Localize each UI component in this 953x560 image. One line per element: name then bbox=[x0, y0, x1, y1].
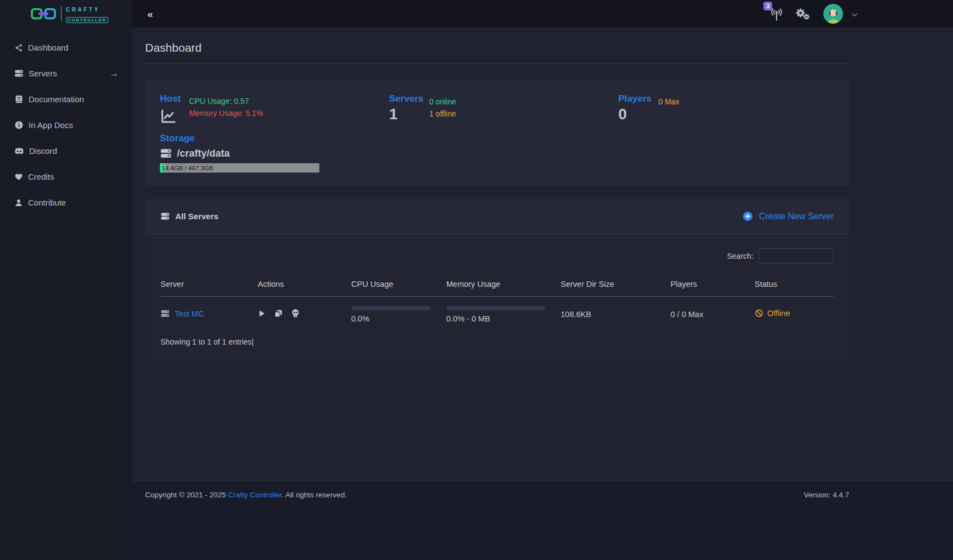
host-block: Host bbox=[160, 93, 189, 125]
user-menu-chevron-icon[interactable] bbox=[851, 9, 858, 19]
servers-online-text: 0 online bbox=[429, 97, 618, 106]
players-block: Players 0 bbox=[618, 93, 658, 125]
table-row: Test MC bbox=[160, 297, 834, 324]
brand-name: CRAFTY bbox=[66, 7, 100, 13]
heart-icon bbox=[14, 173, 23, 181]
book-icon bbox=[14, 95, 24, 104]
memory-usage-bar bbox=[446, 306, 545, 311]
servers-table: Server Actions CPU Usage Memory Usage Se… bbox=[160, 272, 834, 323]
brand-divider bbox=[61, 7, 62, 21]
sidebar-item-dashboard[interactable]: Dashboard bbox=[0, 35, 132, 60]
settings-button[interactable] bbox=[795, 6, 812, 21]
notifications-button[interactable]: 3 bbox=[769, 8, 784, 23]
copyright-prefix: Copyright © 2021 - 2025 bbox=[145, 491, 228, 499]
storage-path: /crafty/data bbox=[160, 147, 834, 159]
column-header-cpu[interactable]: CPU Usage bbox=[351, 272, 446, 297]
players-max-text: 0 Max bbox=[658, 97, 679, 106]
cpu-usage-text: CPU Usage: 0.57 bbox=[189, 97, 389, 106]
host-title: Host bbox=[160, 93, 189, 104]
brand-text: CRAFTY CONTROLLER bbox=[66, 4, 108, 24]
column-header-status[interactable]: Status bbox=[755, 272, 834, 297]
sidebar-item-contribute[interactable]: Contribute bbox=[0, 190, 132, 215]
cpu-usage-value: 0.0% bbox=[351, 314, 446, 323]
sidebar-item-documentation[interactable]: Documentation bbox=[0, 86, 132, 112]
plus-circle-icon bbox=[743, 211, 753, 221]
avatar-image bbox=[823, 4, 843, 24]
sidebar-item-label: Servers bbox=[29, 69, 57, 78]
user-icon bbox=[14, 198, 23, 207]
create-new-server-button[interactable]: Create New Server bbox=[743, 211, 834, 221]
column-header-players[interactable]: Players bbox=[671, 272, 755, 297]
table-header-row: Server Actions CPU Usage Memory Usage Se… bbox=[160, 272, 834, 297]
sidebar-item-discord[interactable]: Discord bbox=[0, 138, 132, 164]
storage-block: Storage /crafty/data 14.4GB / 467.3GB bbox=[160, 133, 834, 173]
sidebar-item-label: Dashboard bbox=[28, 43, 68, 52]
brand-subname: CONTROLLER bbox=[66, 17, 108, 23]
version-text: Version: 4.4.7 bbox=[804, 491, 849, 499]
all-servers-title-text: All Servers bbox=[175, 212, 218, 221]
servers-title: Servers bbox=[389, 93, 429, 104]
server-icon bbox=[160, 309, 170, 318]
sidebar-item-credits[interactable]: Credits bbox=[0, 164, 132, 190]
sidebar-item-label: In App Docs bbox=[29, 120, 73, 130]
sidebar-item-label: Credits bbox=[28, 172, 54, 181]
sidebar-item-servers[interactable]: Servers → bbox=[0, 60, 132, 86]
sidebar-item-in-app-docs[interactable]: In App Docs bbox=[0, 112, 132, 138]
play-icon bbox=[258, 309, 266, 318]
chart-line-icon bbox=[160, 108, 176, 125]
kill-server-button[interactable] bbox=[291, 308, 300, 318]
column-header-memory[interactable]: Memory Usage bbox=[446, 272, 561, 297]
storage-usage-bar: 14.4GB / 467.3GB bbox=[160, 163, 319, 173]
user-avatar[interactable] bbox=[823, 4, 843, 24]
search-label: Search: bbox=[727, 252, 753, 260]
players-value: 0 / 0 Max bbox=[671, 297, 755, 319]
sidebar: CRAFTY CONTROLLER Dashboard Servers → Do… bbox=[0, 0, 132, 560]
server-link[interactable]: Test MC bbox=[175, 309, 204, 318]
status-text: Offline bbox=[767, 309, 790, 318]
servers-offline-text: 1 offline bbox=[429, 109, 618, 118]
storage-usage-label: 14.4GB / 467.3GB bbox=[162, 165, 213, 171]
clone-icon bbox=[274, 309, 283, 318]
memory-usage-value: 0.0% - 0 MB bbox=[446, 314, 561, 323]
skull-icon bbox=[291, 308, 300, 318]
main-column: « 3 bbox=[132, 0, 953, 560]
server-actions-cell bbox=[258, 297, 351, 318]
copyright-text: Copyright © 2021 - 2025 Crafty Controlle… bbox=[145, 491, 347, 499]
column-header-dir-size[interactable]: Server Dir Size bbox=[561, 272, 671, 297]
content-area: Dashboard Host CPU Usage: 0.57 Memory Us… bbox=[132, 27, 953, 481]
table-info-text: Showing 1 to 1 of 1 entries| bbox=[160, 337, 834, 346]
server-dir-size-value: 108.6KB bbox=[561, 297, 671, 319]
host-card: Host CPU Usage: 0.57 Memory Usage: 5.1% … bbox=[145, 79, 849, 186]
sidebar-item-label: Documentation bbox=[29, 95, 84, 104]
server-name-cell: Test MC bbox=[160, 297, 258, 318]
top-navbar: « 3 bbox=[132, 0, 953, 27]
search-input[interactable] bbox=[758, 248, 834, 263]
status-badge: Offline bbox=[755, 297, 834, 318]
crafty-controller-link[interactable]: Crafty Controller bbox=[228, 491, 282, 499]
cpu-usage-bar bbox=[351, 306, 431, 311]
players-values: 0 Max bbox=[658, 93, 679, 125]
page-title: Dashboard bbox=[145, 41, 849, 54]
notification-badge: 3 bbox=[763, 2, 772, 10]
all-servers-body: Search: Server Actions CPU Usage bbox=[145, 234, 849, 363]
players-title: Players bbox=[618, 93, 658, 104]
discord-icon bbox=[14, 146, 24, 156]
host-stats-row: Host CPU Usage: 0.57 Memory Usage: 5.1% … bbox=[160, 93, 834, 125]
start-server-button[interactable] bbox=[258, 309, 266, 318]
storage-path-text: /crafty/data bbox=[177, 148, 230, 159]
showing-entries-text: Showing 1 to 1 of 1 entries bbox=[160, 337, 252, 346]
sidebar-collapse-button[interactable]: « bbox=[147, 9, 153, 19]
column-header-actions[interactable]: Actions bbox=[258, 272, 351, 297]
storage-title: Storage bbox=[160, 133, 834, 144]
table-search-row: Search: bbox=[160, 248, 834, 263]
gear-small-icon bbox=[803, 13, 810, 20]
servers-values: 0 online 1 offline bbox=[429, 93, 618, 125]
share-nodes-icon bbox=[14, 43, 23, 52]
chain-link-logo-icon bbox=[31, 6, 56, 21]
text-cursor: | bbox=[252, 337, 254, 346]
brand-logo[interactable]: CRAFTY CONTROLLER bbox=[0, 0, 132, 27]
sidebar-item-label: Discord bbox=[29, 146, 57, 156]
clone-server-button[interactable] bbox=[274, 309, 283, 318]
all-servers-card: All Servers Create New Server Search: bbox=[145, 199, 849, 363]
column-header-server[interactable]: Server bbox=[160, 272, 258, 297]
